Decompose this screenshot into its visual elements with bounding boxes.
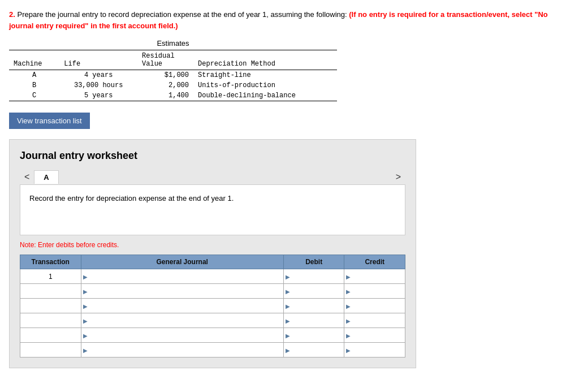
transaction-3 — [20, 299, 81, 313]
estimates-title: Estimates — [9, 39, 337, 48]
credit-4[interactable] — [344, 313, 405, 328]
col-method: Depreciation Method — [193, 50, 337, 70]
intro-body: Prepare the journal entry to record depr… — [15, 10, 347, 19]
transaction-1: 1 — [20, 269, 81, 284]
prev-tab-arrow[interactable]: < — [20, 170, 34, 184]
transaction-2 — [20, 284, 81, 299]
debit-3[interactable] — [283, 299, 344, 313]
journal-row-4 — [20, 313, 405, 328]
transaction-5 — [20, 328, 81, 343]
journal-row-2 — [20, 284, 405, 299]
intro-text: 2. Prepare the journal entry to record d… — [9, 9, 552, 31]
method-c: Double-declining-balance — [193, 91, 337, 101]
th-debit: Debit — [283, 255, 344, 269]
transaction-6 — [20, 343, 81, 357]
life-a: 4 years — [59, 70, 137, 81]
general-journal-4[interactable] — [81, 313, 283, 328]
general-journal-5[interactable] — [81, 328, 283, 343]
next-tab-arrow[interactable]: > — [391, 170, 405, 184]
estimates-table: Machine Life ResidualValue Depreciation … — [9, 50, 337, 101]
table-row: A 4 years $1,000 Straight-line — [9, 70, 337, 81]
journal-row-5 — [20, 328, 405, 343]
journal-row-1: 1 — [20, 269, 405, 284]
credit-1[interactable] — [344, 269, 405, 284]
debit-4[interactable] — [283, 313, 344, 328]
instruction-text: Record the entry for depreciation expens… — [29, 194, 396, 203]
credit-2[interactable] — [344, 284, 405, 299]
table-row: B 33,000 hours 2,000 Units-of-production — [9, 80, 337, 91]
method-b: Units-of-production — [193, 80, 337, 91]
credit-5[interactable] — [344, 328, 405, 343]
residual-c: 1,400 — [137, 91, 193, 101]
machine-c: C — [9, 91, 59, 101]
machine-b: B — [9, 80, 59, 91]
worksheet-content: Record the entry for depreciation expens… — [20, 184, 405, 235]
credit-6[interactable] — [344, 343, 405, 357]
table-row: C 5 years 1,400 Double-declining-balance — [9, 91, 337, 101]
life-c: 5 years — [59, 91, 137, 101]
th-credit: Credit — [344, 255, 405, 269]
residual-b: 2,000 — [137, 80, 193, 91]
debit-5[interactable] — [283, 328, 344, 343]
credit-3[interactable] — [344, 299, 405, 313]
col-life: Life — [59, 50, 137, 70]
view-transaction-button[interactable]: View transaction list — [9, 113, 90, 129]
tab-a[interactable]: A — [34, 170, 58, 184]
journal-row-6 — [20, 343, 405, 357]
general-journal-2[interactable] — [81, 284, 283, 299]
debit-1[interactable] — [283, 269, 344, 284]
note-text: Note: Enter debits before credits. — [20, 241, 405, 249]
machine-a: A — [9, 70, 59, 81]
estimates-section: Estimates Machine Life ResidualValue Dep… — [9, 39, 337, 101]
th-general-journal: General Journal — [81, 255, 283, 269]
worksheet-title: Journal entry worksheet — [20, 150, 405, 162]
debit-6[interactable] — [283, 343, 344, 357]
th-transaction: Transaction — [20, 255, 81, 269]
tab-nav: < A > — [20, 170, 405, 184]
worksheet-container: Journal entry worksheet < A > Record the… — [9, 139, 416, 368]
part-number: 2. — [9, 10, 15, 19]
journal-row-3 — [20, 299, 405, 313]
transaction-4 — [20, 313, 81, 328]
general-journal-3[interactable] — [81, 299, 283, 313]
debit-2[interactable] — [283, 284, 344, 299]
general-journal-6[interactable] — [81, 343, 283, 357]
residual-a: $1,000 — [137, 70, 193, 81]
general-journal-1[interactable] — [81, 269, 283, 284]
journal-table: Transaction General Journal Debit Credit… — [20, 255, 405, 357]
col-machine: Machine — [9, 50, 59, 70]
col-residual: ResidualValue — [137, 50, 193, 70]
life-b: 33,000 hours — [59, 80, 137, 91]
method-a: Straight-line — [193, 70, 337, 81]
